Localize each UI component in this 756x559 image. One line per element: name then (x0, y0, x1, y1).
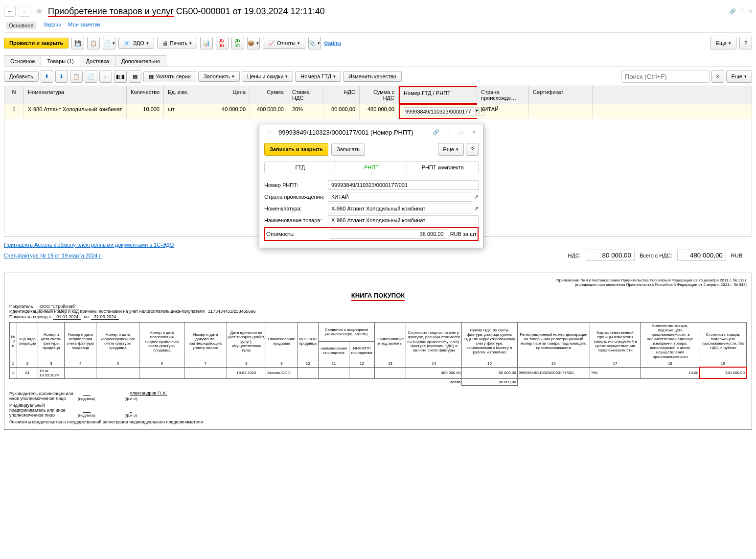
popup-maximize-icon[interactable]: □ (457, 129, 466, 135)
report-table: № п/п Код вида операции Номер и дата сче… (9, 322, 747, 386)
attach-icon[interactable]: 📎▾ (308, 37, 321, 49)
country-open-icon[interactable]: ↗ (474, 194, 479, 200)
copy-row-icon[interactable]: 📋 (70, 70, 83, 83)
popup-tab-rnpt-set[interactable]: РНПТ комплекта (407, 162, 478, 173)
nom-label: Номенклатура: (264, 206, 328, 211)
popup-tab-rnpt[interactable]: РНПТ (336, 162, 408, 173)
move-up-icon[interactable]: ⬆ (41, 70, 53, 83)
reports-button[interactable]: 📈 Отчеты ▾ (263, 38, 305, 49)
total-value (677, 250, 726, 261)
col-cert: Сертификат (529, 86, 593, 104)
popup-link-icon[interactable]: 🔗 (432, 129, 440, 136)
help-button[interactable]: ? (739, 37, 752, 49)
subtab-notes[interactable]: Мои заметки (68, 22, 100, 29)
col-nom: Номенклатура (24, 86, 127, 104)
edo-button[interactable]: 📧 ЭДО ▾ (118, 38, 154, 49)
close-window-icon[interactable]: × (749, 8, 752, 15)
rnpt-num-label: Номер РНПТ: (264, 182, 328, 188)
grid-more-button[interactable]: Еще ▾ (726, 70, 752, 83)
print-button[interactable]: 🖨 Печать ▾ (157, 38, 197, 48)
popup-help-button[interactable]: ? (466, 143, 479, 156)
name-field[interactable]: X-980 Атлант Холодильный комбинат (328, 215, 479, 225)
subtab-tasks[interactable]: Задачи (43, 22, 61, 29)
barcode-icon[interactable]: ▮▯▮ (114, 70, 127, 83)
country-label: Страна происхождения: (264, 194, 328, 200)
quality-button[interactable]: Изменить качество (343, 71, 402, 82)
report-title: КНИГА ПОКУПОК (9, 292, 747, 299)
col-country: Страна происхожде… (477, 86, 529, 104)
goods-grid: N Номенклатура Количество Ед. изм. Цена … (4, 86, 752, 237)
report-data-row: 1 01 19 от 19.03.2024 19.03.2024 Ассоль … (10, 367, 747, 378)
gtd-cell[interactable]: ▾ ↗ (399, 104, 477, 119)
rnpt-num-field[interactable]: 99993849/110323/0000177/001 (328, 180, 479, 190)
popup-close-icon[interactable]: × (470, 129, 479, 135)
invite-link[interactable]: Пригласить Ассоль к обмену электронными … (4, 242, 174, 248)
col-sum-vat: Сумма с НДС (360, 86, 399, 104)
table-row[interactable]: 1 X-980 Атлант Холодильный комбинат 10,0… (4, 104, 752, 119)
gtd-button[interactable]: Номера ГТД ▾ (295, 71, 341, 82)
doctab-delivery[interactable]: Доставка (80, 55, 115, 67)
save-icon[interactable]: 💾 (71, 37, 84, 49)
report-icon[interactable]: 📊 (200, 37, 213, 49)
copy-icon[interactable]: 📄▾ (103, 37, 115, 49)
files-link[interactable]: Файлы (324, 40, 341, 46)
inn-value: 1173434453/233455666 (205, 309, 259, 314)
name-label: Наименование товара: (264, 217, 328, 223)
scan-icon[interactable]: ▦ (129, 70, 141, 83)
cost-unit: RUB за шт (450, 231, 477, 237)
nom-open-icon[interactable]: ↗ (474, 206, 479, 212)
col-unit: Ед. изм. (164, 86, 198, 104)
post-icon[interactable]: 📋 (87, 37, 100, 49)
search-clear-icon[interactable]: × (711, 70, 724, 83)
col-qty: Количество (127, 86, 164, 104)
doctab-main[interactable]: Основное (4, 55, 41, 67)
doctab-extra[interactable]: Дополнительно (115, 55, 166, 67)
invoice-link[interactable]: Счет-фактура № 19 от 19 марта 2024 г. (4, 253, 102, 258)
more-button[interactable]: Еще ▾ (710, 37, 736, 49)
back-button[interactable]: ← (4, 6, 16, 17)
cost-label: Стоимость: (266, 231, 330, 237)
nom-field[interactable]: X-980 Атлант Холодильный комбинат (328, 204, 472, 213)
share-icon[interactable]: ⬨ (99, 70, 112, 83)
star-icon[interactable]: ★ (35, 6, 43, 17)
col-gtd: Номер ГТД / РНПТ (399, 86, 477, 104)
forward-button[interactable]: → (19, 6, 30, 17)
popup-kebab-icon[interactable]: ⋮ (444, 129, 453, 136)
search-input[interactable] (621, 70, 710, 83)
popup-save-close-button[interactable]: Записать и закрыть (264, 143, 328, 156)
fill-button[interactable]: Заполнить ▾ (198, 71, 240, 82)
paste-row-icon[interactable]: 📄 (85, 70, 97, 83)
dt-icon[interactable]: ДтКт (216, 37, 229, 49)
doctab-goods[interactable]: Товары (1) (41, 55, 80, 67)
col-vat-rate: Ставка НДС (288, 86, 323, 104)
kebab-icon[interactable]: ⋮ (740, 8, 745, 15)
popup-tab-gtd[interactable]: ГТД (265, 162, 336, 173)
register-icon[interactable]: ДтКт (231, 37, 244, 49)
total-label: Всего с НДС: (640, 253, 672, 258)
structure-icon[interactable]: 📦▾ (247, 37, 260, 49)
move-down-icon[interactable]: ⬇ (55, 70, 68, 83)
country-field[interactable]: КИТАЙ (328, 192, 472, 202)
col-vat: НДС (323, 86, 360, 104)
gtd-input[interactable] (404, 107, 474, 116)
vat-label: НДС: (568, 253, 581, 258)
popup-more-button[interactable]: Еще ▾ (438, 143, 464, 156)
post-and-close-button[interactable]: Провести и закрыть (4, 38, 69, 48)
page-title: Приобретение товаров и услуг СБ00-000001… (48, 6, 325, 17)
popup-star-icon[interactable]: ☆ (266, 128, 273, 136)
subtab-main[interactable]: Основное (6, 22, 36, 29)
popup-title: 99993849/110323/0000177/001 (Номер РНПТ) (278, 129, 428, 136)
series-button[interactable]: ▦ Указать серии (143, 71, 196, 82)
col-price: Цена (198, 86, 250, 104)
rnpt-popup: ☆ 99993849/110323/0000177/001 (Номер РНП… (259, 124, 484, 248)
popup-save-button[interactable]: Записать (331, 143, 365, 156)
prices-button[interactable]: Цены и скидки ▾ (242, 71, 293, 82)
vat-value (586, 250, 635, 261)
traced-cost-cell: 380 000,00 (700, 367, 746, 378)
period-from: 01.01.2024 (53, 314, 81, 320)
purchase-book-report: Приложение № 4 к постановлению Правитель… (4, 273, 752, 430)
add-button[interactable]: Добавить (4, 71, 39, 82)
decree-text: Приложение № 4 к постановлению Правитель… (9, 278, 747, 287)
cost-field[interactable]: 38 000,00 (330, 229, 447, 239)
link-icon[interactable]: 🔗 (729, 8, 736, 15)
